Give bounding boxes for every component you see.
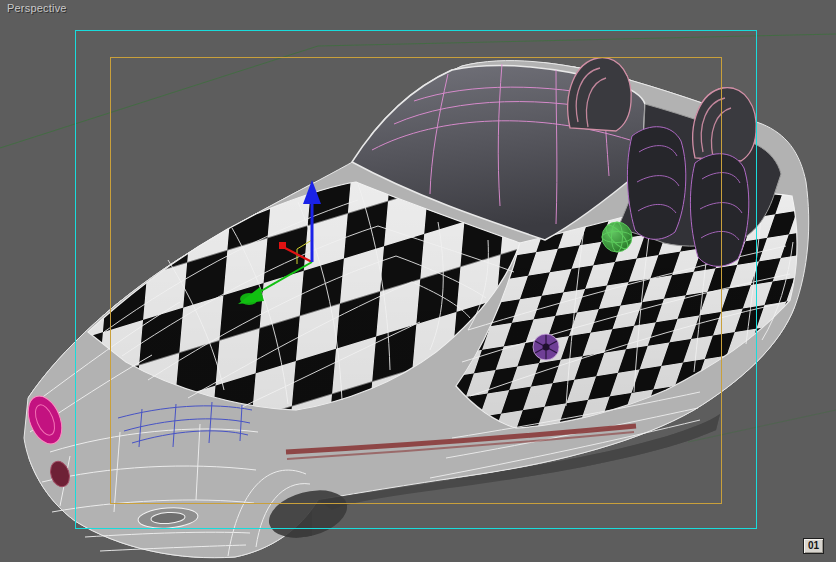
green-sphere: [602, 222, 632, 252]
gizmo-x-handle[interactable]: [279, 242, 286, 249]
frame-number-badge: 01: [803, 538, 824, 554]
viewport-perspective[interactable]: Perspective 01: [0, 0, 836, 562]
side-emblem-purple: [533, 334, 559, 360]
gizmo-y-cone[interactable]: [240, 293, 258, 305]
scene-svg: [0, 0, 836, 562]
viewport-label[interactable]: Perspective: [7, 2, 67, 14]
